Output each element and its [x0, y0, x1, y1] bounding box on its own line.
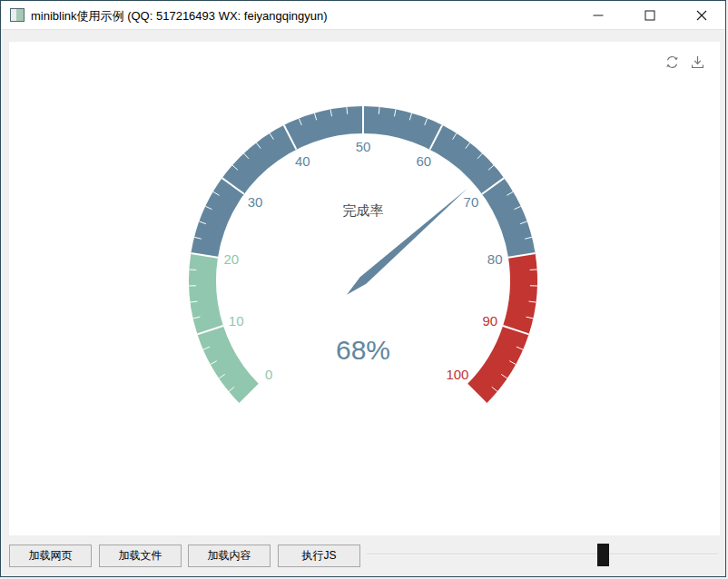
execute-js-button[interactable]: 执行JS: [278, 545, 360, 567]
app-icon: [10, 8, 25, 22]
save-image-icon[interactable]: [690, 54, 705, 70]
close-icon: [696, 10, 707, 21]
gauge-axis-label: 100: [446, 367, 468, 382]
gauge-axis-label: 90: [482, 313, 497, 329]
maximize-icon: [644, 10, 655, 21]
gauge-axis-label: 0: [265, 367, 272, 382]
load-file-button[interactable]: 加载文件: [99, 545, 182, 567]
minimize-button[interactable]: [572, 1, 624, 29]
minimize-icon: [593, 10, 604, 21]
gauge-axis-label: 30: [248, 194, 263, 210]
app-window: miniblink使用示例 (QQ: 517216493 WX: feiyang…: [0, 0, 726, 577]
gauge-minor-tick: [189, 270, 196, 270]
slider-handle[interactable]: [597, 544, 609, 566]
load-content-button[interactable]: 加载内容: [188, 545, 271, 567]
load-webpage-button[interactable]: 加载网页: [9, 545, 92, 567]
gauge-chart: 0102030405060708090100完成率68%: [9, 42, 720, 535]
close-button[interactable]: [675, 1, 726, 29]
chart-panel: 0102030405060708090100完成率68%: [9, 42, 720, 535]
gauge-minor-tick: [530, 270, 537, 270]
chart-toolbox: [664, 54, 705, 70]
gauge-axis-label: 50: [356, 139, 371, 154]
maximize-button[interactable]: [624, 1, 675, 29]
gauge-axis-label: 60: [416, 153, 431, 169]
slider-track[interactable]: [367, 554, 718, 556]
gauge-axis-label: 40: [295, 153, 310, 169]
gauge-axis-label: 20: [223, 251, 239, 267]
gauge-axis-label: 80: [487, 251, 503, 267]
caption-buttons: [572, 1, 726, 29]
restore-icon[interactable]: [664, 54, 680, 70]
gauge-title: 完成率: [343, 202, 384, 218]
window-title: miniblink使用示例 (QQ: 517216493 WX: feiyang…: [31, 8, 328, 25]
titlebar: miniblink使用示例 (QQ: 517216493 WX: feiyang…: [1, 1, 726, 30]
gauge-axis-label: 10: [229, 313, 244, 329]
gauge-axis-label: 70: [464, 194, 479, 210]
gauge-detail: 68%: [336, 335, 390, 365]
value-slider[interactable]: [367, 543, 718, 567]
